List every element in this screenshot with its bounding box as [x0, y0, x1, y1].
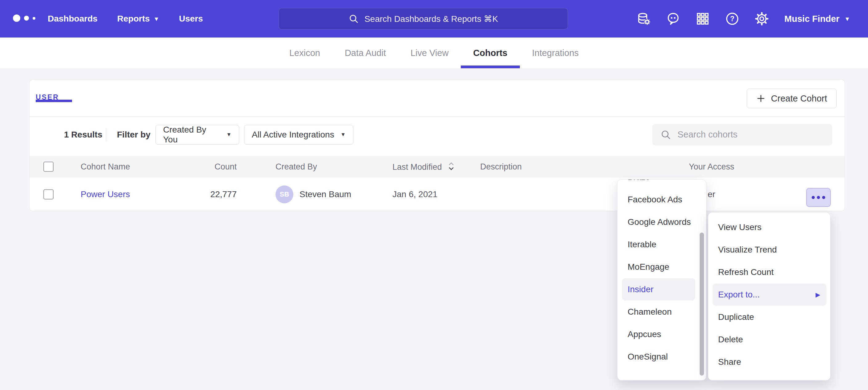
- tab-live-view-label: Live View: [411, 48, 449, 58]
- column-last-modified-label: Last Modified: [393, 162, 442, 172]
- navbar-right: ? Music Finder ▼: [637, 0, 850, 37]
- filter-by-label: Filter by: [117, 130, 151, 140]
- project-switcher[interactable]: Music Finder ▼: [784, 14, 850, 24]
- column-cohort-name: Cohort Name: [81, 162, 130, 172]
- menu-item-refresh-count[interactable]: Refresh Count: [713, 261, 827, 283]
- select-all-checkbox[interactable]: [43, 162, 54, 172]
- chevron-down-icon: ▼: [226, 132, 231, 138]
- cohort-search-placeholder: Search cohorts: [678, 129, 738, 140]
- submenu-item-google-adwords[interactable]: Google Adwords: [622, 211, 695, 233]
- section-tabs: Lexicon Data Audit Live View Cohorts Int…: [0, 37, 868, 68]
- search-icon: [660, 129, 671, 140]
- apps-grid-icon[interactable]: [695, 12, 710, 26]
- cohort-type-tabs: USER Create Cohort: [30, 80, 845, 117]
- column-count: Count: [175, 162, 237, 172]
- your-access-value: er: [708, 190, 715, 199]
- svg-text:?: ?: [730, 15, 735, 23]
- nav-reports-label: Reports: [117, 14, 150, 24]
- help-icon[interactable]: ?: [725, 12, 739, 26]
- tab-live-view[interactable]: Live View: [398, 37, 461, 68]
- primary-nav: Dashboards Reports ▼ Users: [48, 0, 203, 37]
- menu-item-visualize-trend[interactable]: Visualize Trend: [713, 239, 827, 261]
- submenu-item-iterable[interactable]: Iterable: [622, 233, 695, 256]
- submenu-arrow-icon: ▶: [816, 291, 820, 298]
- column-last-modified[interactable]: Last Modified: [393, 162, 455, 172]
- project-name: Music Finder: [784, 14, 839, 24]
- search-icon: [348, 13, 359, 24]
- nav-users-label: Users: [179, 14, 203, 24]
- tab-cohorts-label: Cohorts: [473, 48, 507, 58]
- created-by-filter-value: Created By You: [163, 125, 221, 144]
- chevron-down-icon: ▼: [340, 132, 346, 138]
- submenu-item-onesignal[interactable]: OneSignal: [622, 346, 695, 368]
- nav-dashboards-label: Dashboards: [48, 14, 98, 24]
- cohorts-card: USER Create Cohort 1 Results Filter by C…: [29, 79, 845, 211]
- global-search-input[interactable]: Search Dashboards & Reports ⌘K: [279, 8, 568, 30]
- active-tab-underline: [36, 100, 72, 102]
- column-your-access: Your Access: [689, 162, 735, 172]
- logo-dot-small: [33, 17, 35, 20]
- nav-reports[interactable]: Reports ▼: [117, 14, 159, 24]
- cohort-search-input[interactable]: Search cohorts: [652, 124, 832, 145]
- menu-item-share[interactable]: Share: [713, 351, 827, 373]
- create-cohort-button[interactable]: Create Cohort: [747, 89, 837, 108]
- row-actions-button[interactable]: [806, 188, 831, 207]
- export-to-submenu: Braze Facebook Ads Google Adwords Iterab…: [617, 179, 706, 381]
- filter-bar: 1 Results Filter by Created By You ▼ All…: [30, 118, 845, 152]
- menu-item-duplicate[interactable]: Duplicate: [713, 306, 827, 328]
- column-description: Description: [480, 162, 522, 172]
- feedback-icon[interactable]: [666, 12, 680, 26]
- row-context-menu: View Users Visualize Trend Refresh Count…: [708, 212, 831, 381]
- submenu-item-chameleon[interactable]: Chameleon: [622, 301, 695, 323]
- submenu-scrollbar[interactable]: [700, 232, 704, 376]
- logo-dot-medium: [24, 16, 29, 21]
- table-row: Power Users 22,777 SB Steven Baum Jan 6,…: [30, 177, 845, 211]
- menu-item-view-users[interactable]: View Users: [713, 216, 827, 238]
- top-navbar: Dashboards Reports ▼ Users Search Dashbo…: [0, 0, 868, 37]
- avatar: SB: [276, 186, 293, 203]
- column-created-by: Created By: [276, 162, 317, 172]
- plus-icon: [756, 94, 766, 103]
- global-search-placeholder: Search Dashboards & Reports ⌘K: [365, 14, 498, 24]
- submenu-item-insider[interactable]: Insider: [622, 278, 695, 300]
- tab-integrations-label: Integrations: [532, 48, 579, 58]
- create-cohort-label: Create Cohort: [771, 94, 827, 104]
- tab-lexicon[interactable]: Lexicon: [277, 37, 333, 68]
- logo-dot-large: [13, 14, 20, 22]
- settings-gear-icon[interactable]: [755, 12, 769, 26]
- cohort-count: 22,777: [175, 190, 237, 199]
- cohorts-page: Dashboards Reports ▼ Users Search Dashbo…: [0, 0, 868, 390]
- tab-integrations[interactable]: Integrations: [520, 37, 591, 68]
- chevron-down-icon: ▼: [844, 16, 850, 22]
- integrations-filter-value: All Active Integrations: [252, 130, 334, 140]
- data-management-icon[interactable]: [637, 12, 651, 26]
- more-dots-icon: [812, 196, 815, 199]
- created-by-name: Steven Baum: [300, 190, 351, 199]
- submenu-item-braze[interactable]: Braze: [622, 179, 695, 188]
- tab-lexicon-label: Lexicon: [289, 48, 320, 58]
- results-count: 1 Results: [64, 130, 102, 140]
- divider: [106, 128, 106, 141]
- submenu-item-moengage[interactable]: MoEngage: [622, 256, 695, 278]
- integrations-filter-dropdown[interactable]: All Active Integrations ▼: [244, 125, 353, 144]
- table-header: Cohort Name Count Created By Last Modifi…: [30, 156, 845, 177]
- nav-users[interactable]: Users: [179, 14, 203, 24]
- sort-icon: [448, 162, 455, 171]
- brand-logo-icon[interactable]: [13, 14, 35, 22]
- tab-data-audit-label: Data Audit: [345, 48, 386, 58]
- menu-item-delete[interactable]: Delete: [713, 328, 827, 351]
- cohort-name-link[interactable]: Power Users: [81, 190, 130, 199]
- nav-dashboards[interactable]: Dashboards: [48, 14, 98, 24]
- submenu-item-facebook-ads[interactable]: Facebook Ads: [622, 189, 695, 211]
- submenu-item-appcues[interactable]: Appcues: [622, 323, 695, 346]
- tab-data-audit[interactable]: Data Audit: [333, 37, 398, 68]
- row-checkbox[interactable]: [43, 190, 54, 200]
- avatar-initials: SB: [280, 190, 289, 198]
- tab-user-cohorts[interactable]: USER: [36, 93, 59, 101]
- menu-item-export-to[interactable]: Export to... ▶: [713, 284, 827, 306]
- tab-cohorts[interactable]: Cohorts: [461, 37, 520, 68]
- last-modified-date: Jan 6, 2021: [393, 190, 437, 199]
- chevron-down-icon: ▼: [154, 16, 159, 22]
- created-by-filter-dropdown[interactable]: Created By You ▼: [155, 125, 239, 144]
